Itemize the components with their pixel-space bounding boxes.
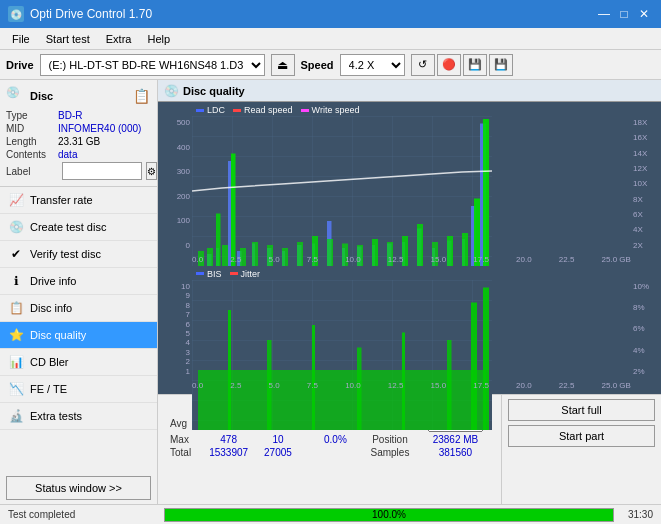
disc-info-icon: 📋 xyxy=(8,300,24,316)
total-blank2 xyxy=(309,446,362,459)
start-part-button[interactable]: Start part xyxy=(508,425,655,447)
extra-tests-icon: 🔬 xyxy=(8,408,24,424)
sidebar-item-verify-test-disc-label: Verify test disc xyxy=(30,248,101,260)
lower-y-4pct: 4% xyxy=(631,346,659,355)
lower-y-4: 4 xyxy=(160,338,192,347)
status-text: Test completed xyxy=(0,509,158,520)
lower-y-2: 2 xyxy=(160,357,192,366)
sidebar-item-fe-te-label: FE / TE xyxy=(30,383,67,395)
progress-bar-container: 100.0% xyxy=(164,508,614,522)
speed-action2-button[interactable]: 💾 xyxy=(463,54,487,76)
bis-label: BIS xyxy=(207,269,222,279)
menu-help[interactable]: Help xyxy=(139,31,178,47)
speed-action3-button[interactable]: 💾 xyxy=(489,54,513,76)
lower-chart-svg xyxy=(192,280,492,430)
ldc-label: LDC xyxy=(207,105,225,115)
disc-label-row: Label ⚙ xyxy=(6,162,151,180)
y-label-500: 500 xyxy=(160,118,192,127)
upper-y-left: 500 400 300 200 100 0 xyxy=(160,116,192,252)
sidebar-item-transfer-rate[interactable]: 📈 Transfer rate xyxy=(0,187,157,214)
max-label: Max xyxy=(166,433,201,446)
write-speed-legend: Write speed xyxy=(301,105,360,115)
disc-contents-label: Contents xyxy=(6,149,58,160)
fe-te-icon: 📉 xyxy=(8,381,24,397)
drive-select[interactable]: (E:) HL-DT-ST BD-RE WH16NS48 1.D3 xyxy=(40,54,265,76)
svg-rect-49 xyxy=(228,310,231,430)
disc-copy-button[interactable]: 📋 xyxy=(131,86,151,106)
sidebar-item-fe-te[interactable]: 📉 FE / TE xyxy=(0,376,157,403)
transfer-rate-icon: 📈 xyxy=(8,192,24,208)
disc-mid-label: MID xyxy=(6,123,58,134)
menu-extra[interactable]: Extra xyxy=(98,31,140,47)
drive-label: Drive xyxy=(6,59,34,71)
progress-text: 100.0% xyxy=(165,509,613,521)
x-label-15: 15.0 xyxy=(431,255,447,264)
sidebar-item-create-test-disc[interactable]: 💿 Create test disc xyxy=(0,214,157,241)
x-label-0: 0.0 xyxy=(192,255,203,264)
y-label-6x: 6X xyxy=(631,210,659,219)
menu-start-test[interactable]: Start test xyxy=(38,31,98,47)
lower-y-7: 7 xyxy=(160,310,192,319)
start-full-button[interactable]: Start full xyxy=(508,399,655,421)
speed-refresh-button[interactable]: ↺ xyxy=(411,54,435,76)
jitter-dot xyxy=(230,272,238,275)
disc-header: 💿 Disc 📋 xyxy=(6,86,151,106)
statusbar-time: 31:30 xyxy=(620,509,661,520)
lower-y-right: 10% 8% 6% 4% 2% xyxy=(631,280,659,378)
disc-label-label: Label xyxy=(6,166,58,177)
sidebar-item-drive-info[interactable]: ℹ Drive info xyxy=(0,268,157,295)
read-speed-label: Read speed xyxy=(244,105,293,115)
lower-y-6pct: 6% xyxy=(631,324,659,333)
x-label-7.5: 7.5 xyxy=(307,255,318,264)
y-label-10x: 10X xyxy=(631,179,659,188)
total-samples-label: Samples xyxy=(362,446,418,459)
charts-area: LDC Read speed Write speed 500 xyxy=(158,102,661,394)
disc-label-input[interactable] xyxy=(62,162,142,180)
sidebar-item-disc-info-label: Disc info xyxy=(30,302,72,314)
jitter-legend-label: Jitter xyxy=(241,269,261,279)
total-ldc: 1533907 xyxy=(201,446,257,459)
lower-y-3: 3 xyxy=(160,348,192,357)
lower-x-2.5: 2.5 xyxy=(230,381,241,390)
status-window-button[interactable]: Status window >> xyxy=(6,476,151,500)
lower-y-10: 10 xyxy=(160,282,192,291)
total-blank xyxy=(299,446,309,459)
svg-rect-27 xyxy=(231,154,236,267)
titlebar: 💿 Opti Drive Control 1.70 — □ ✕ xyxy=(0,0,661,28)
sidebar-item-cd-bler[interactable]: 📊 CD Bler xyxy=(0,349,157,376)
y-label-100: 100 xyxy=(160,216,192,225)
close-button[interactable]: ✕ xyxy=(635,5,653,23)
app-title: Opti Drive Control 1.70 xyxy=(30,7,152,21)
svg-rect-4 xyxy=(228,161,231,266)
x-label-5: 5.0 xyxy=(269,255,280,264)
svg-rect-55 xyxy=(471,302,477,430)
sidebar-item-disc-quality[interactable]: ⭐ Disc quality xyxy=(0,322,157,349)
disc-label-button[interactable]: ⚙ xyxy=(146,162,157,180)
speed-action1-button[interactable]: 🔴 xyxy=(437,54,461,76)
sidebar-item-verify-test-disc[interactable]: ✔ Verify test disc xyxy=(0,241,157,268)
x-label-12.5: 12.5 xyxy=(388,255,404,264)
stats-total-row: Total 1533907 27005 Samples 381560 xyxy=(166,446,493,459)
menubar: File Start test Extra Help xyxy=(0,28,661,50)
drive-info-icon: ℹ xyxy=(8,273,24,289)
eject-button[interactable]: ⏏ xyxy=(271,54,295,76)
speed-select[interactable]: 4.2 X xyxy=(340,54,405,76)
drivebar: Drive (E:) HL-DT-ST BD-RE WH16NS48 1.D3 … xyxy=(0,50,661,80)
lower-x-22.5: 22.5 xyxy=(559,381,575,390)
sidebar-item-extra-tests-label: Extra tests xyxy=(30,410,82,422)
disc-quality-title: Disc quality xyxy=(183,85,245,97)
sidebar-item-extra-tests[interactable]: 🔬 Extra tests xyxy=(0,403,157,430)
minimize-button[interactable]: — xyxy=(595,5,613,23)
menu-file[interactable]: File xyxy=(4,31,38,47)
lower-x-5: 5.0 xyxy=(269,381,280,390)
y-label-16x: 16X xyxy=(631,133,659,142)
read-speed-dot xyxy=(233,109,241,112)
disc-quality-icon: ⭐ xyxy=(8,327,24,343)
svg-rect-48 xyxy=(198,370,486,430)
maximize-button[interactable]: □ xyxy=(615,5,633,23)
max-jitter: 0.0% xyxy=(309,433,362,446)
x-label-25: 25.0 GB xyxy=(602,255,631,264)
lower-y-10pct: 10% xyxy=(631,282,659,291)
y-label-200: 200 xyxy=(160,192,192,201)
sidebar-item-disc-info[interactable]: 📋 Disc info xyxy=(0,295,157,322)
